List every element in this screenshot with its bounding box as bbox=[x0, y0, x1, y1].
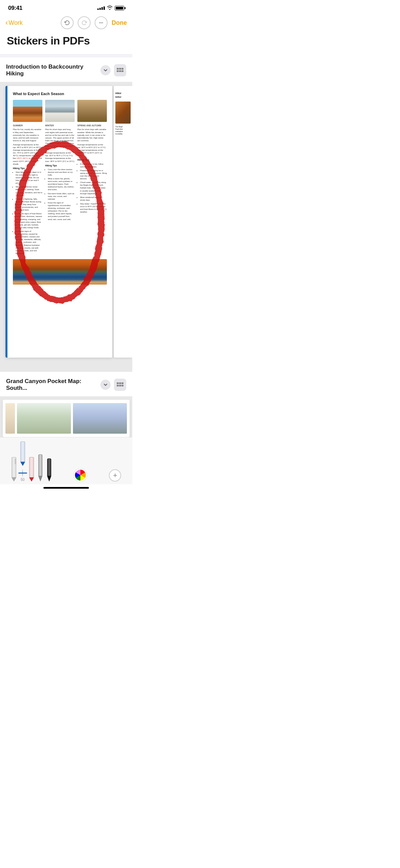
svg-rect-7 bbox=[119, 70, 121, 72]
svg-rect-11 bbox=[119, 382, 121, 384]
pdf-viewer-2 bbox=[0, 396, 132, 437]
section2-title: Grand Canyon Pocket Map: South... bbox=[6, 378, 100, 392]
page-title-section: Stickers in PDFs bbox=[0, 32, 132, 54]
signal-icon bbox=[97, 6, 105, 10]
svg-rect-8 bbox=[121, 70, 123, 72]
section2-grid-button[interactable] bbox=[114, 379, 126, 391]
status-bar: 09:41 bbox=[0, 0, 132, 14]
add-tool-button[interactable]: + bbox=[109, 469, 121, 482]
slider-value: 50 bbox=[21, 478, 24, 482]
svg-point-0 bbox=[99, 22, 100, 23]
back-button[interactable]: ‹ Work bbox=[5, 18, 23, 27]
pdf-col-winter: WINTER Plan for short days and long, col… bbox=[45, 100, 75, 256]
svg-rect-15 bbox=[121, 385, 123, 386]
section-divider-1 bbox=[0, 54, 132, 57]
pdf-page-title: What to Expect Each Season bbox=[13, 91, 107, 96]
pdf-col-summer: SUMMER Plan for hot, mostly dry weather … bbox=[13, 100, 42, 256]
svg-rect-13 bbox=[117, 385, 119, 386]
section2-chevron-button[interactable] bbox=[100, 380, 111, 390]
svg-rect-12 bbox=[121, 382, 123, 384]
home-indicator bbox=[43, 487, 89, 489]
pdf-viewer-gap bbox=[0, 362, 132, 372]
status-icons bbox=[97, 5, 124, 11]
svg-point-1 bbox=[101, 22, 102, 23]
pencil-tool-3[interactable] bbox=[29, 457, 34, 482]
redo-button[interactable] bbox=[78, 16, 91, 29]
pdf-page-1[interactable]: What to Expect Each Season SUMMER Plan f… bbox=[5, 86, 112, 358]
svg-rect-14 bbox=[119, 385, 121, 386]
color-picker-button[interactable] bbox=[74, 469, 87, 482]
svg-rect-5 bbox=[121, 68, 123, 70]
battery-icon bbox=[115, 6, 124, 11]
section2-header: Grand Canyon Pocket Map: South... bbox=[0, 372, 132, 396]
more-button[interactable] bbox=[95, 16, 108, 29]
section1-header: Introduction to Backcountry Hiking bbox=[0, 57, 132, 82]
section1-title: Introduction to Backcountry Hiking bbox=[6, 64, 100, 77]
pencil-slider[interactable]: 50 bbox=[21, 468, 24, 482]
drawing-toolbar: |||||||||||||||||||| 50 bbox=[0, 437, 132, 484]
back-label: Work bbox=[8, 19, 23, 26]
section1-chevron-button[interactable] bbox=[100, 65, 111, 75]
undo-button[interactable] bbox=[61, 16, 74, 29]
svg-rect-6 bbox=[117, 70, 119, 72]
plus-icon: + bbox=[113, 471, 117, 480]
section1-grid-button[interactable] bbox=[114, 64, 126, 76]
pdf-col-spring: SPRING AND AUTUMN Plan for short days wi… bbox=[77, 100, 107, 256]
svg-rect-3 bbox=[117, 68, 119, 70]
chevron-left-icon: ‹ bbox=[5, 18, 8, 27]
pencil-tool-1[interactable]: |||||||||||||||||||| bbox=[11, 457, 17, 482]
svg-rect-4 bbox=[119, 68, 121, 70]
pen-tool-2[interactable] bbox=[46, 458, 52, 482]
tools-area: |||||||||||||||||||| 50 bbox=[11, 441, 52, 482]
wifi-icon bbox=[107, 5, 113, 11]
nav-bar: ‹ Work Done bbox=[0, 14, 132, 32]
home-indicator-area bbox=[0, 487, 132, 491]
pdf-page-right-partial: HikirInfor The BrighFault dowmaintainein… bbox=[114, 86, 132, 358]
svg-point-2 bbox=[102, 22, 103, 23]
done-button[interactable]: Done bbox=[112, 19, 127, 26]
pdf-viewer-1: What to Expect Each Season SUMMER Plan f… bbox=[0, 82, 132, 362]
page-title: Stickers in PDFs bbox=[7, 35, 126, 47]
pencil-tool-2[interactable]: 50 bbox=[20, 441, 25, 482]
svg-rect-10 bbox=[117, 382, 119, 384]
nav-actions: Done bbox=[61, 16, 127, 29]
status-time: 09:41 bbox=[8, 5, 22, 12]
pen-tool-1[interactable] bbox=[38, 454, 43, 482]
